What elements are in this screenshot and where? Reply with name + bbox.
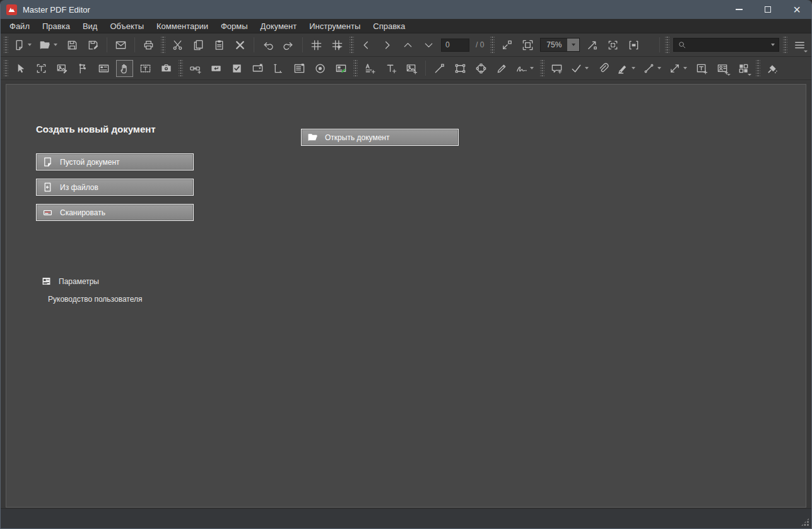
clean-tool-button[interactable] [764, 60, 781, 77]
edit-forms-tool-button[interactable] [74, 60, 91, 77]
toolbar-grip[interactable] [4, 37, 8, 53]
scan-button[interactable]: Сканировать [36, 204, 194, 221]
menu-view[interactable]: Вид [76, 20, 104, 32]
settings-link[interactable]: Параметры [41, 276, 99, 287]
dropdown-caret-icon [748, 74, 751, 76]
previous-page-button[interactable] [358, 37, 375, 54]
checkbox-tool-button[interactable] [228, 60, 245, 77]
menu-forms[interactable]: Формы [215, 20, 254, 32]
window-title: Master PDF Editor [23, 5, 90, 15]
toolbar-grip[interactable] [350, 37, 354, 53]
rectangle-tool-button[interactable] [452, 60, 469, 77]
signature-tool-button[interactable] [514, 60, 536, 77]
measure-arrow-tool-button[interactable] [668, 60, 690, 77]
new-document-button[interactable] [12, 37, 34, 54]
resize-grip[interactable] [801, 518, 809, 526]
arrange-objects-tool-button[interactable] [735, 60, 752, 77]
toolbar-grip[interactable] [490, 37, 495, 53]
next-page-button[interactable] [379, 37, 396, 54]
save-button[interactable] [64, 37, 81, 54]
form-properties-tool-button[interactable] [95, 60, 112, 77]
pencil-tool-button[interactable] [493, 60, 510, 77]
delete-button[interactable] [232, 37, 249, 54]
minimize-button[interactable] [724, 0, 753, 19]
line-tool-button[interactable] [431, 60, 448, 77]
fit-visible-area-button[interactable] [604, 37, 621, 54]
check-mark-tool-button[interactable] [569, 60, 591, 77]
menu-document[interactable]: Документ [254, 20, 303, 32]
user-guide-link[interactable]: Руководство пользователя [41, 295, 142, 304]
list-box-tool-button[interactable] [291, 60, 308, 77]
toolbar-grip[interactable] [783, 37, 787, 53]
menu-edit[interactable]: Правка [36, 20, 76, 32]
edit-text-tool-button[interactable] [33, 60, 50, 77]
push-button-tool-button[interactable] [208, 60, 225, 77]
measure-line-tool-button[interactable] [642, 60, 664, 77]
search-input[interactable] [690, 40, 768, 50]
snapshot-tool-button[interactable] [158, 60, 175, 77]
menu-comments[interactable]: Комментарии [150, 20, 215, 32]
menu-objects[interactable]: Объекты [103, 20, 150, 32]
close-button[interactable]: × [782, 0, 811, 19]
cut-button[interactable] [169, 37, 186, 54]
snap-to-grid-button[interactable] [329, 37, 346, 54]
toolbar-grip[interactable] [353, 60, 358, 76]
radio-button-tool-button[interactable] [312, 60, 329, 77]
fit-page-icon [522, 39, 534, 51]
toolbar-grip[interactable] [665, 37, 669, 53]
zoom-dropdown-button[interactable] [567, 39, 579, 51]
print-button[interactable] [140, 37, 157, 54]
search-box[interactable] [673, 38, 779, 52]
page-down-button[interactable] [420, 37, 437, 54]
sticky-note-tool-button[interactable] [548, 60, 565, 77]
text-field-tool-button[interactable] [270, 60, 287, 77]
menu-help[interactable]: Справка [367, 20, 411, 32]
menu-file[interactable]: Файл [3, 20, 36, 32]
scan-icon [42, 207, 53, 218]
main-menu-button[interactable] [791, 37, 808, 54]
link-tool-button[interactable] [187, 60, 204, 77]
highlight-tool-button[interactable] [616, 60, 638, 77]
edit-paragraph-tool-button[interactable] [362, 60, 379, 77]
text-box-tool-button[interactable] [693, 60, 710, 77]
toolbar-grip[interactable] [4, 60, 8, 76]
toolbar-grip[interactable] [540, 60, 544, 76]
stamp-tool-button[interactable] [714, 60, 731, 77]
copy-button[interactable] [190, 37, 207, 54]
add-text-tool-button[interactable] [382, 60, 399, 77]
check-mark-tool-icon [570, 62, 582, 74]
open-document-button[interactable]: Открыть документ [301, 129, 459, 146]
edit-images-tool-button[interactable] [54, 60, 71, 77]
open-document-button[interactable] [38, 37, 60, 54]
zoom-to-selection-button[interactable] [498, 37, 515, 54]
add-image-tool-button[interactable] [403, 60, 420, 77]
toolbar-grip[interactable] [756, 60, 760, 76]
combo-box-tool-button[interactable] [249, 60, 266, 77]
title-bar[interactable]: Master PDF Editor × [1, 0, 811, 19]
zoom-to-window-button[interactable] [584, 37, 601, 54]
page-up-button[interactable] [399, 37, 416, 54]
dropdown-caret-icon [727, 74, 731, 76]
select-tool-button[interactable] [12, 60, 29, 77]
maximize-button[interactable] [753, 0, 782, 19]
signature-field-tool-button[interactable] [332, 60, 350, 77]
ellipse-tool-button[interactable] [473, 60, 490, 77]
from-files-button[interactable]: Из файлов [36, 179, 194, 196]
paste-button[interactable] [211, 37, 228, 54]
page-number-input[interactable] [441, 39, 469, 52]
menu-tools[interactable]: Инструменты [303, 20, 367, 32]
blank-document-button[interactable]: Пустой документ [36, 153, 194, 170]
save-as-button[interactable] [85, 37, 102, 54]
zoom-level-combo[interactable]: 75% [540, 38, 580, 52]
show-grid-button[interactable] [308, 37, 325, 54]
fit-page-button[interactable] [519, 37, 536, 54]
undo-button[interactable] [259, 37, 276, 54]
select-text-tool-button[interactable] [137, 60, 154, 77]
attach-file-tool-button[interactable] [595, 60, 612, 77]
redo-button[interactable] [280, 37, 297, 54]
fit-width-button[interactable] [625, 37, 642, 54]
email-button[interactable] [112, 37, 129, 54]
toolbar-grip[interactable] [179, 60, 183, 76]
toolbar-grip[interactable] [161, 37, 165, 53]
hand-tool-button[interactable] [116, 60, 133, 77]
